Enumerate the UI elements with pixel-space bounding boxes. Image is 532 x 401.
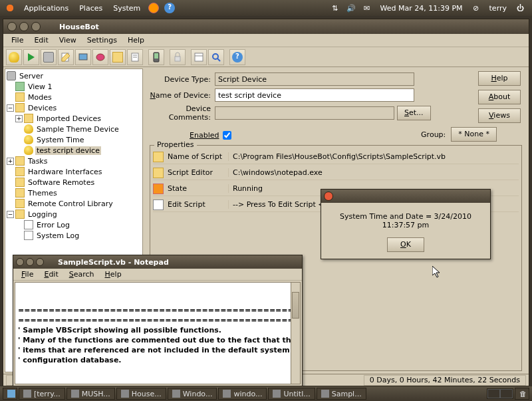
menu-help[interactable]: Help [122, 36, 150, 45]
tree-system-log[interactable]: System Log [35, 231, 80, 240]
workspace-switcher[interactable] [487, 388, 513, 399]
tree-rcl[interactable]: Remote Control Library [27, 200, 114, 208]
user-icon[interactable]: ⊘ [470, 2, 482, 14]
set-button[interactable]: Set... [397, 106, 431, 120]
prop-row[interactable]: Script EditorC:\windows\notepad.exe [153, 166, 519, 180]
tree-modes[interactable]: Modes [27, 93, 53, 102]
tb-play-icon[interactable] [23, 49, 39, 65]
tree-imported[interactable]: Imported Devices [35, 114, 102, 123]
tb-help-icon[interactable]: ? [229, 49, 245, 65]
task-item[interactable]: [terry... [19, 388, 65, 400]
page-icon [153, 200, 164, 210]
np-menu-search[interactable]: Search [64, 270, 100, 279]
tree-sw-remotes[interactable]: Software Remotes [27, 178, 96, 187]
about-button[interactable]: About [478, 90, 521, 104]
svg-rect-2 [79, 54, 87, 60]
task-item[interactable]: Sampl... [317, 388, 366, 400]
firefox-icon[interactable] [148, 2, 160, 14]
folder-icon [153, 168, 164, 178]
window-close-icon[interactable] [16, 258, 24, 266]
tree-tasks[interactable]: Tasks [27, 157, 49, 166]
tb-edit-icon[interactable] [58, 49, 74, 65]
svg-point-3 [96, 54, 104, 61]
dialog-close-icon[interactable] [324, 192, 333, 201]
task-item[interactable]: Untitl... [268, 388, 315, 400]
window-min-icon[interactable] [19, 22, 29, 31]
window-max-icon[interactable] [36, 258, 44, 266]
trash-icon[interactable]: 🗑 [515, 388, 529, 400]
tb-find-icon[interactable] [208, 49, 224, 65]
tb-palette-icon[interactable] [92, 49, 108, 65]
tb-pda-icon[interactable] [148, 49, 164, 65]
menu-settings[interactable]: Settings [82, 36, 122, 45]
tb-props-icon[interactable] [191, 49, 207, 65]
task-item[interactable]: Windo... [168, 388, 217, 400]
prop-row[interactable]: Name of ScriptC:\Program Files\HouseBot\… [153, 150, 519, 164]
housebot-titlebar[interactable]: HouseBot [3, 19, 529, 34]
menu-places[interactable]: Places [74, 4, 108, 13]
help-icon[interactable]: ? [164, 2, 176, 14]
user-menu[interactable]: terry [484, 4, 512, 13]
dialog-titlebar[interactable] [321, 190, 490, 203]
enabled-checkbox[interactable] [223, 131, 231, 140]
svg-rect-8 [154, 53, 158, 59]
np-menu-file[interactable]: File [16, 270, 39, 279]
clock[interactable]: Wed Mar 24, 11:39 PM [375, 4, 468, 13]
menu-view[interactable]: View [54, 36, 82, 45]
tree-logging[interactable]: Logging [27, 210, 59, 219]
task-item[interactable]: MUSH... [66, 388, 115, 400]
volume-icon[interactable]: 🔊 [345, 2, 357, 14]
tb-bulb-icon[interactable] [6, 49, 22, 65]
mail-icon[interactable]: ✉ [361, 2, 373, 14]
tree-toggle[interactable]: − [7, 211, 14, 218]
tb-folder-icon[interactable] [110, 49, 126, 65]
tree-sample-theme[interactable]: Sample Theme Device [35, 125, 120, 134]
menu-edit[interactable]: Edit [29, 36, 53, 45]
tree-devices[interactable]: Devices [27, 104, 58, 112]
tree-test-script[interactable]: test script device [35, 146, 101, 155]
menu-system[interactable]: System [108, 4, 146, 13]
tree-server[interactable]: Server [18, 72, 45, 80]
ok-button[interactable]: OK [387, 237, 424, 252]
notepad-textarea[interactable]: ========================================… [15, 282, 301, 384]
task-item[interactable]: windo... [218, 388, 267, 400]
views-button[interactable]: Views [478, 108, 521, 123]
tb-gear-icon[interactable] [41, 49, 57, 65]
tb-lock-icon[interactable] [170, 49, 186, 65]
show-desktop-icon[interactable] [3, 388, 17, 400]
device-type-field [215, 72, 414, 86]
tree-toggle[interactable]: − [7, 104, 14, 112]
folder-icon [153, 152, 164, 162]
housebot-toolbar: ? [3, 47, 529, 67]
scrollbar-thumb[interactable] [292, 292, 299, 319]
power-icon[interactable]: ⏻ [514, 2, 526, 14]
help-button[interactable]: Help [478, 71, 521, 86]
window-max-icon[interactable] [31, 22, 41, 31]
np-menu-help[interactable]: Help [100, 270, 127, 279]
tree-view[interactable]: View 1 [27, 82, 54, 91]
menu-applications[interactable]: Applications [19, 4, 74, 13]
folder-icon [15, 156, 25, 166]
ubuntu-logo-icon[interactable] [4, 2, 16, 14]
np-menu-edit[interactable]: Edit [39, 270, 63, 279]
network-icon[interactable]: ⇅ [329, 2, 341, 14]
scrollbar[interactable] [291, 283, 300, 384]
bulb-icon [24, 124, 33, 134]
tb-screen-icon[interactable] [75, 49, 91, 65]
tree-error-log[interactable]: Error Log [35, 221, 71, 229]
device-name-field[interactable] [215, 88, 414, 102]
folder-icon [15, 92, 25, 102]
tree-themes[interactable]: Themes [27, 189, 59, 198]
tree-toggle[interactable]: + [15, 115, 23, 122]
notepad-titlebar[interactable]: SampleScript.vb - Notepad [13, 255, 302, 269]
tree-system-time[interactable]: System Time [35, 136, 85, 144]
tree-hw[interactable]: Hardware Interfaces [27, 168, 104, 176]
window-close-icon[interactable] [7, 22, 17, 31]
tb-log-icon[interactable] [127, 49, 143, 65]
tree-toggle[interactable]: + [7, 158, 14, 165]
window-min-icon[interactable] [26, 258, 34, 266]
group-button[interactable]: * None * [451, 127, 497, 142]
device-comments-field[interactable] [215, 106, 394, 120]
menu-file[interactable]: File [6, 36, 29, 45]
task-item[interactable]: House... [116, 388, 166, 400]
